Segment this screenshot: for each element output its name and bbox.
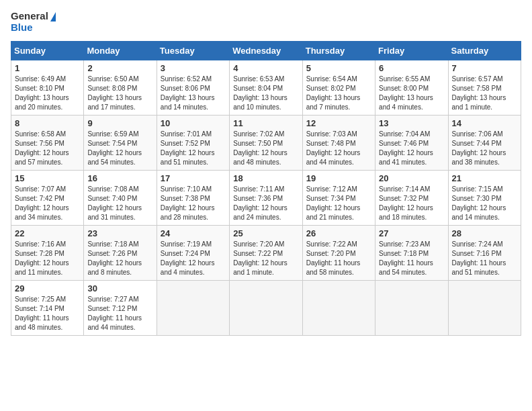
day-info: Sunrise: 6:50 AMSunset: 8:08 PMDaylight:… [87, 75, 152, 112]
calendar-cell: 8 Sunrise: 6:58 AMSunset: 7:56 PMDayligh… [11, 116, 84, 171]
day-info: Sunrise: 7:22 AMSunset: 7:20 PMDaylight:… [306, 240, 371, 277]
logo: General Blue [11, 11, 56, 33]
calendar-cell: 7 Sunrise: 6:57 AMSunset: 7:58 PMDayligh… [448, 60, 521, 116]
day-info: Sunrise: 7:24 AMSunset: 7:16 PMDaylight:… [452, 240, 517, 277]
col-header-friday: Friday [375, 42, 448, 60]
calendar-cell: 3 Sunrise: 6:52 AMSunset: 8:06 PMDayligh… [157, 60, 229, 116]
calendar-cell [230, 281, 302, 336]
day-info: Sunrise: 7:15 AMSunset: 7:30 PMDaylight:… [452, 185, 517, 222]
calendar-cell: 12 Sunrise: 7:03 AMSunset: 7:48 PMDaylig… [302, 116, 375, 171]
page-header: General Blue [11, 11, 521, 33]
calendar-week-0: 1 Sunrise: 6:49 AMSunset: 8:10 PMDayligh… [11, 60, 521, 116]
calendar-table: SundayMondayTuesdayWednesdayThursdayFrid… [11, 41, 521, 336]
day-number: 6 [379, 63, 444, 73]
logo-text-general: General [11, 11, 56, 22]
day-number: 24 [161, 228, 226, 238]
day-number: 1 [15, 63, 80, 73]
calendar-cell: 26 Sunrise: 7:22 AMSunset: 7:20 PMDaylig… [302, 226, 375, 281]
day-info: Sunrise: 7:20 AMSunset: 7:22 PMDaylight:… [233, 240, 298, 277]
day-info: Sunrise: 7:19 AMSunset: 7:24 PMDaylight:… [161, 240, 226, 277]
day-info: Sunrise: 6:49 AMSunset: 8:10 PMDaylight:… [15, 75, 80, 112]
day-number: 10 [161, 118, 226, 128]
calendar-cell [448, 281, 521, 336]
day-number: 21 [452, 173, 517, 183]
calendar-cell: 15 Sunrise: 7:07 AMSunset: 7:42 PMDaylig… [11, 171, 84, 226]
day-info: Sunrise: 7:25 AMSunset: 7:14 PMDaylight:… [15, 295, 80, 332]
day-number: 22 [15, 228, 80, 238]
day-number: 11 [233, 118, 298, 128]
day-info: Sunrise: 7:12 AMSunset: 7:34 PMDaylight:… [306, 185, 371, 222]
calendar-cell: 29 Sunrise: 7:25 AMSunset: 7:14 PMDaylig… [11, 281, 84, 336]
calendar-cell: 10 Sunrise: 7:01 AMSunset: 7:52 PMDaylig… [157, 116, 229, 171]
day-info: Sunrise: 7:01 AMSunset: 7:52 PMDaylight:… [161, 130, 226, 167]
day-info: Sunrise: 7:14 AMSunset: 7:32 PMDaylight:… [379, 185, 444, 222]
day-number: 29 [15, 283, 80, 293]
calendar-cell: 21 Sunrise: 7:15 AMSunset: 7:30 PMDaylig… [448, 171, 521, 226]
day-info: Sunrise: 6:55 AMSunset: 8:00 PMDaylight:… [379, 75, 444, 112]
calendar-cell [157, 281, 229, 336]
day-number: 15 [15, 173, 80, 183]
day-info: Sunrise: 7:04 AMSunset: 7:46 PMDaylight:… [379, 130, 444, 167]
day-info: Sunrise: 7:06 AMSunset: 7:44 PMDaylight:… [452, 130, 517, 167]
day-info: Sunrise: 6:52 AMSunset: 8:06 PMDaylight:… [161, 75, 226, 112]
calendar-cell: 30 Sunrise: 7:27 AMSunset: 7:12 PMDaylig… [84, 281, 157, 336]
calendar-cell: 25 Sunrise: 7:20 AMSunset: 7:22 PMDaylig… [230, 226, 302, 281]
day-number: 17 [161, 173, 226, 183]
calendar-cell: 2 Sunrise: 6:50 AMSunset: 8:08 PMDayligh… [84, 60, 157, 116]
day-info: Sunrise: 6:58 AMSunset: 7:56 PMDaylight:… [15, 130, 80, 167]
day-number: 26 [306, 228, 371, 238]
day-number: 16 [87, 173, 152, 183]
col-header-saturday: Saturday [448, 42, 521, 60]
calendar-cell: 22 Sunrise: 7:16 AMSunset: 7:28 PMDaylig… [11, 226, 84, 281]
day-number: 2 [87, 63, 152, 73]
calendar-cell: 16 Sunrise: 7:08 AMSunset: 7:40 PMDaylig… [84, 171, 157, 226]
col-header-tuesday: Tuesday [157, 42, 229, 60]
calendar-cell: 9 Sunrise: 6:59 AMSunset: 7:54 PMDayligh… [84, 116, 157, 171]
day-number: 28 [452, 228, 517, 238]
calendar-cell: 20 Sunrise: 7:14 AMSunset: 7:32 PMDaylig… [375, 171, 448, 226]
day-info: Sunrise: 7:03 AMSunset: 7:48 PMDaylight:… [306, 130, 371, 167]
calendar-cell [375, 281, 448, 336]
calendar-week-1: 8 Sunrise: 6:58 AMSunset: 7:56 PMDayligh… [11, 116, 521, 171]
day-info: Sunrise: 7:27 AMSunset: 7:12 PMDaylight:… [87, 295, 152, 332]
col-header-sunday: Sunday [11, 42, 84, 60]
calendar-cell: 5 Sunrise: 6:54 AMSunset: 8:02 PMDayligh… [302, 60, 375, 116]
day-number: 14 [452, 118, 517, 128]
calendar-cell: 27 Sunrise: 7:23 AMSunset: 7:18 PMDaylig… [375, 226, 448, 281]
calendar-week-3: 22 Sunrise: 7:16 AMSunset: 7:28 PMDaylig… [11, 226, 521, 281]
day-number: 19 [306, 173, 371, 183]
calendar-cell: 28 Sunrise: 7:24 AMSunset: 7:16 PMDaylig… [448, 226, 521, 281]
day-number: 8 [15, 118, 80, 128]
calendar-cell: 4 Sunrise: 6:53 AMSunset: 8:04 PMDayligh… [230, 60, 302, 116]
calendar-week-2: 15 Sunrise: 7:07 AMSunset: 7:42 PMDaylig… [11, 171, 521, 226]
day-info: Sunrise: 7:16 AMSunset: 7:28 PMDaylight:… [15, 240, 80, 277]
day-number: 9 [87, 118, 152, 128]
calendar-cell: 23 Sunrise: 7:18 AMSunset: 7:26 PMDaylig… [84, 226, 157, 281]
calendar-cell: 17 Sunrise: 7:10 AMSunset: 7:38 PMDaylig… [157, 171, 229, 226]
day-info: Sunrise: 7:11 AMSunset: 7:36 PMDaylight:… [233, 185, 298, 222]
calendar-cell: 19 Sunrise: 7:12 AMSunset: 7:34 PMDaylig… [302, 171, 375, 226]
day-info: Sunrise: 7:07 AMSunset: 7:42 PMDaylight:… [15, 185, 80, 222]
day-number: 20 [379, 173, 444, 183]
calendar-cell: 14 Sunrise: 7:06 AMSunset: 7:44 PMDaylig… [448, 116, 521, 171]
calendar-cell: 24 Sunrise: 7:19 AMSunset: 7:24 PMDaylig… [157, 226, 229, 281]
day-number: 12 [306, 118, 371, 128]
calendar-cell: 11 Sunrise: 7:02 AMSunset: 7:50 PMDaylig… [230, 116, 302, 171]
day-number: 18 [233, 173, 298, 183]
day-number: 27 [379, 228, 444, 238]
day-info: Sunrise: 6:54 AMSunset: 8:02 PMDaylight:… [306, 75, 371, 112]
day-number: 4 [233, 63, 298, 73]
day-info: Sunrise: 6:57 AMSunset: 7:58 PMDaylight:… [452, 75, 517, 112]
day-info: Sunrise: 7:23 AMSunset: 7:18 PMDaylight:… [379, 240, 444, 277]
col-header-monday: Monday [84, 42, 157, 60]
calendar-cell [302, 281, 375, 336]
day-info: Sunrise: 7:02 AMSunset: 7:50 PMDaylight:… [233, 130, 298, 167]
day-info: Sunrise: 7:08 AMSunset: 7:40 PMDaylight:… [87, 185, 152, 222]
logo-text-blue: Blue [11, 22, 56, 34]
calendar-header-row: SundayMondayTuesdayWednesdayThursdayFrid… [11, 42, 521, 60]
day-number: 13 [379, 118, 444, 128]
day-info: Sunrise: 6:59 AMSunset: 7:54 PMDaylight:… [87, 130, 152, 167]
calendar-cell: 13 Sunrise: 7:04 AMSunset: 7:46 PMDaylig… [375, 116, 448, 171]
day-info: Sunrise: 7:10 AMSunset: 7:38 PMDaylight:… [161, 185, 226, 222]
day-info: Sunrise: 7:18 AMSunset: 7:26 PMDaylight:… [87, 240, 152, 277]
